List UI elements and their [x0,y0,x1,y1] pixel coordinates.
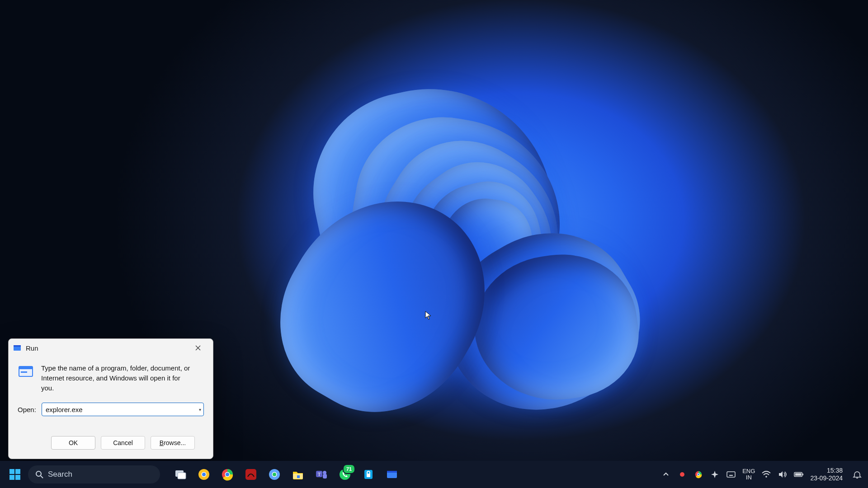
battery-icon [794,471,804,478]
svg-point-18 [226,473,229,476]
tray-volume-icon[interactable] [778,469,788,479]
run-body-icon [18,363,34,380]
svg-rect-1 [14,345,21,347]
windows-logo-icon [9,468,21,481]
close-icon [195,345,201,351]
svg-rect-8 [15,475,20,480]
svg-rect-7 [9,475,14,480]
clock-time: 15:38 [827,467,843,475]
svg-rect-33 [387,471,397,473]
svg-point-15 [202,473,206,476]
svg-rect-3 [19,366,33,369]
folder-icon [291,468,305,481]
speaker-icon [778,471,787,478]
close-button[interactable] [188,341,208,355]
teams-icon: T [315,468,328,481]
run-title-label: Run [26,344,38,352]
svg-rect-46 [803,474,804,475]
svg-rect-24 [297,475,300,478]
red-app-icon [244,468,258,481]
wifi-icon [762,471,771,478]
svg-rect-28 [323,474,327,479]
tray-recording-icon[interactable] [677,469,687,479]
svg-rect-12 [178,473,186,479]
run-titlebar-icon [13,344,21,352]
clock-date: 23-09-2024 [810,474,843,483]
tray-wifi-icon[interactable] [761,469,771,479]
tray-battery-icon[interactable] [794,469,804,479]
taskbar-app-chrome[interactable] [218,465,237,484]
run-titlebar[interactable]: Run [9,339,213,357]
svg-rect-31 [367,474,370,477]
record-icon [679,471,685,478]
taskbar-apps: T 71 [171,465,401,484]
chrome-small-icon [694,470,703,479]
tray-overflow-button[interactable] [661,469,671,479]
taskbar-app-whatsapp[interactable]: 71 [335,465,354,484]
whatsapp-badge: 71 [343,464,355,474]
open-input[interactable] [42,403,204,416]
sparkle-icon [711,470,719,479]
search-icon [35,470,43,479]
taskbar-app-chrome-beta[interactable] [265,465,284,484]
taskbar-app-red[interactable] [241,465,260,484]
open-label: Open: [18,406,36,413]
svg-point-34 [680,472,684,477]
svg-rect-5 [9,469,14,474]
svg-rect-45 [795,473,802,476]
taskbar-app-lock[interactable] [359,465,378,484]
search-placeholder: Search [48,470,72,479]
open-combobox[interactable]: ▾ [42,403,204,416]
system-tray: ENG IN 15:38 23-09-2024 [661,467,863,483]
ok-button[interactable]: OK [51,436,95,450]
bell-icon [853,470,862,479]
taskbar-app-task-view[interactable] [171,465,190,484]
svg-point-37 [698,474,699,475]
taskbar-clock[interactable]: 15:38 23-09-2024 [810,467,843,483]
taskbar-app-file-explorer[interactable] [288,465,307,484]
svg-point-43 [766,476,768,478]
wallpaper-bloom [185,20,683,427]
svg-point-22 [273,473,276,476]
svg-point-27 [323,471,326,474]
lang-primary: ENG [742,468,755,474]
run-window-icon [385,468,399,481]
chevron-up-icon [663,471,669,478]
browse-button[interactable]: Browse... [151,436,195,450]
svg-rect-38 [727,472,735,477]
svg-point-9 [36,471,41,476]
chrome-icon [221,468,234,481]
chrome-canary-icon [197,468,211,481]
taskbar-search[interactable]: Search [28,465,160,483]
lang-secondary: IN [746,474,752,481]
keyboard-icon [726,471,736,478]
tray-keyboard-icon[interactable] [726,469,736,479]
taskbar-app-chrome-canary[interactable] [194,465,213,484]
taskbar-app-run[interactable] [382,465,401,484]
language-indicator[interactable]: ENG IN [742,468,755,481]
cancel-button[interactable]: Cancel [101,436,145,450]
start-button[interactable] [5,464,25,485]
notifications-button[interactable] [851,468,863,481]
run-description: Type the name of a program, folder, docu… [41,363,195,393]
lock-app-icon [362,468,375,481]
svg-rect-4 [21,371,27,373]
chrome-beta-icon [268,468,281,481]
mouse-cursor-icon [425,311,431,320]
run-dialog: Run Type the name of a program, folder, … [8,338,213,459]
task-view-icon [174,468,187,481]
taskbar-app-teams[interactable]: T [312,465,331,484]
tray-chrome-icon[interactable] [693,469,703,479]
svg-text:T: T [318,471,321,477]
taskbar: Search [0,461,868,488]
svg-rect-6 [15,469,20,474]
tray-copilot-icon[interactable] [710,469,720,479]
svg-line-10 [41,476,43,478]
